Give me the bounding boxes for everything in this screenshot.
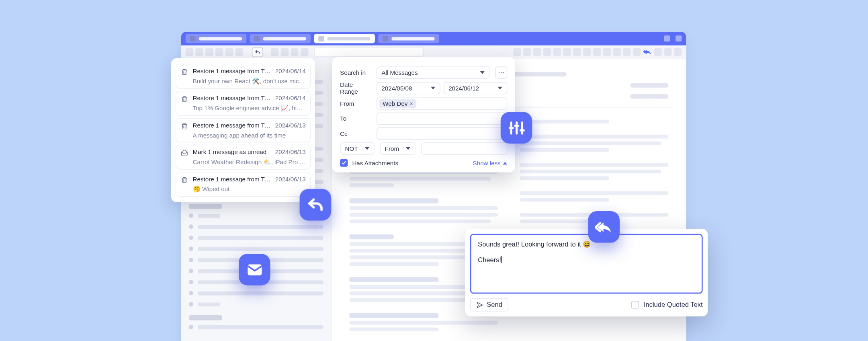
trash-icon bbox=[180, 68, 188, 76]
toolbar-placeholder bbox=[553, 48, 561, 56]
undo-item-date: 2024/06/13 bbox=[275, 148, 306, 155]
from-input[interactable]: Web Dev × bbox=[377, 98, 507, 110]
date-range-label: Date Range bbox=[340, 82, 371, 95]
reply-all-icon[interactable] bbox=[643, 49, 652, 55]
cc-input[interactable] bbox=[377, 127, 507, 140]
trash-icon bbox=[180, 95, 188, 103]
undo-item-subtitle: Top 1% Google engineer advice 📈, high qu… bbox=[193, 105, 306, 112]
search-in-select[interactable]: All Messages bbox=[377, 66, 489, 78]
feature-badge-reply-all bbox=[588, 211, 620, 243]
toolbar-placeholder bbox=[186, 48, 193, 56]
window-button-2[interactable] bbox=[676, 35, 682, 41]
chevron-down-icon bbox=[406, 147, 410, 150]
toolbar-placeholder bbox=[563, 48, 571, 56]
undo-item-title: Mark 1 message as unread bbox=[193, 148, 271, 155]
undo-item-date: 2024/06/14 bbox=[275, 68, 306, 74]
from-label: From bbox=[340, 100, 371, 107]
include-quoted-checkbox[interactable] bbox=[632, 301, 639, 308]
toolbar-placeholder bbox=[235, 48, 243, 56]
show-less-link[interactable]: Show less bbox=[473, 160, 508, 166]
toolbar-search-slot[interactable] bbox=[314, 48, 424, 57]
undo-item[interactable]: Mark 1 message as unread 2024/06/13 Carr… bbox=[176, 145, 311, 170]
trash-icon bbox=[180, 123, 188, 130]
search-in-value: All Messages bbox=[381, 69, 418, 76]
has-attachments-checkbox[interactable] bbox=[340, 159, 348, 166]
undo-item-subtitle: 🥱 Wiped out bbox=[193, 186, 306, 193]
toolbar-placeholder bbox=[583, 48, 591, 56]
feature-badge-search bbox=[501, 112, 532, 144]
send-button[interactable]: Send bbox=[470, 298, 508, 311]
bool-operator-select[interactable]: NOT bbox=[340, 142, 374, 154]
toolbar-placeholder bbox=[301, 48, 308, 56]
from-tag[interactable]: Web Dev × bbox=[379, 99, 416, 108]
to-label: To bbox=[340, 115, 371, 122]
from-tag-label: Web Dev bbox=[383, 100, 407, 107]
check-icon bbox=[341, 160, 347, 166]
undo-item-date: 2024/06/13 bbox=[275, 122, 306, 129]
extra-condition-input[interactable] bbox=[421, 142, 507, 154]
cc-label: Cc bbox=[340, 130, 371, 137]
undo-item[interactable]: Restore 1 message from Trash 2024/06/14 … bbox=[176, 91, 311, 116]
toolbar-placeholder bbox=[613, 48, 620, 56]
close-icon[interactable]: × bbox=[410, 101, 413, 107]
toolbar-placeholder bbox=[573, 48, 581, 56]
feature-badge-undo bbox=[299, 189, 331, 221]
undo-item[interactable]: Restore 1 message from Trash 2024/06/14 … bbox=[176, 64, 311, 88]
reply-line2: Cheers! bbox=[478, 256, 502, 264]
tab-4[interactable] bbox=[378, 34, 439, 43]
has-attachments-label: Has Attachments bbox=[352, 160, 473, 166]
toolbar-placeholder bbox=[195, 48, 203, 56]
undo-item-title: Restore 1 message from Trash bbox=[193, 176, 271, 183]
undo-item-subtitle: A messaging app ahead of its time bbox=[193, 132, 306, 139]
toolbar-undo-highlighted[interactable] bbox=[252, 47, 263, 57]
send-icon bbox=[476, 301, 483, 308]
toolbar-placeholder bbox=[281, 48, 289, 56]
chevron-down-icon bbox=[498, 87, 502, 90]
toolbar-placeholder bbox=[271, 48, 278, 56]
undo-item-title: Restore 1 message from Trash bbox=[193, 122, 271, 129]
to-input[interactable] bbox=[377, 113, 507, 125]
toolbar-placeholder bbox=[674, 48, 682, 56]
field-select[interactable]: From bbox=[380, 142, 415, 154]
date-to-value: 2024/06/12 bbox=[448, 85, 479, 92]
toolbar-placeholder bbox=[205, 48, 213, 56]
sliders-icon bbox=[507, 118, 526, 137]
undo-icon bbox=[254, 49, 261, 56]
undo-icon bbox=[306, 195, 325, 214]
reply-textarea[interactable]: Sounds great! Looking forward to it 😄 Ch… bbox=[470, 234, 703, 294]
tab-bar bbox=[181, 32, 686, 45]
trash-icon bbox=[180, 176, 188, 184]
undo-item-subtitle: Carrot Weather Redesign ⛅, iPad Pro Ad R… bbox=[193, 158, 306, 166]
toolbar-placeholder bbox=[291, 48, 298, 56]
date-from-value: 2024/05/08 bbox=[381, 85, 412, 92]
date-to-select[interactable]: 2024/06/12 bbox=[444, 82, 507, 94]
toolbar-placeholder bbox=[654, 48, 661, 56]
undo-item[interactable]: Restore 1 message from Trash 2024/06/13 … bbox=[176, 172, 311, 197]
undo-item-date: 2024/06/13 bbox=[275, 176, 306, 183]
toolbar-placeholder bbox=[523, 48, 531, 56]
search-in-label: Search in bbox=[340, 69, 371, 76]
show-less-label: Show less bbox=[473, 160, 501, 166]
tab-1[interactable] bbox=[186, 34, 247, 43]
tab-2[interactable] bbox=[250, 34, 311, 43]
date-from-select[interactable]: 2024/05/08 bbox=[377, 82, 440, 94]
bool-operator-value: NOT bbox=[345, 145, 358, 152]
chevron-down-icon bbox=[365, 147, 369, 150]
toolbar-placeholder bbox=[603, 48, 611, 56]
send-button-label: Send bbox=[487, 301, 502, 308]
toolbar-placeholder bbox=[623, 48, 631, 56]
toolbar-placeholder bbox=[225, 48, 233, 56]
mail-icon bbox=[245, 260, 264, 279]
feature-badge-mail bbox=[239, 254, 270, 286]
undo-item-title: Restore 1 message from Trash bbox=[193, 95, 271, 102]
tab-active[interactable] bbox=[314, 34, 375, 43]
undo-item-date: 2024/06/14 bbox=[275, 95, 306, 102]
window-button-1[interactable] bbox=[664, 35, 670, 41]
toolbar-placeholder bbox=[533, 48, 541, 56]
toolbar-placeholder bbox=[215, 48, 223, 56]
mail-open-icon bbox=[180, 149, 188, 157]
undo-item[interactable]: Restore 1 message from Trash 2024/06/13 … bbox=[176, 118, 311, 143]
chevron-up-icon bbox=[503, 162, 507, 164]
toolbar-placeholder bbox=[543, 48, 551, 56]
search-more-button[interactable]: ⋯ bbox=[495, 66, 507, 78]
